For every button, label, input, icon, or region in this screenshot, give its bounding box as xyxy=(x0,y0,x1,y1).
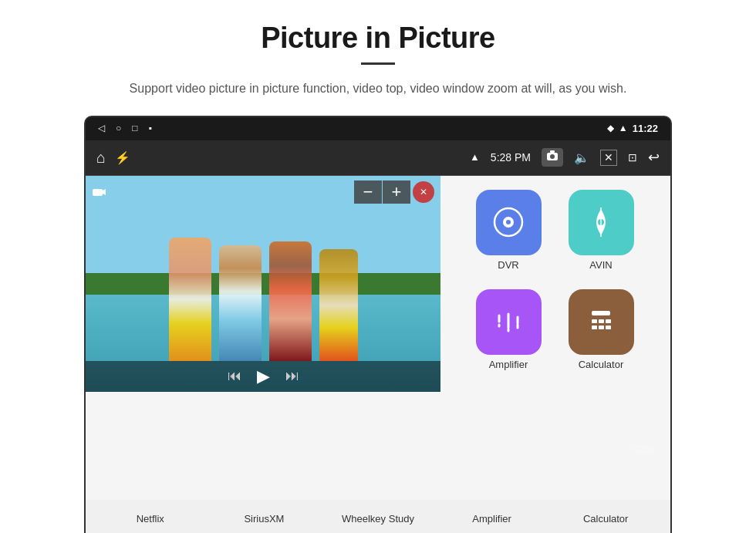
svg-point-7 xyxy=(506,220,511,224)
app-bar-time: 5:28 PM xyxy=(491,151,531,164)
app-bar: ⌂ ⚡ ▲ 5:28 PM 🔈 ✕ ⊡ ↩ xyxy=(86,140,670,176)
home-nav-icon[interactable]: ○ xyxy=(116,123,121,134)
music-nav-icon[interactable]: ▪ xyxy=(149,123,152,134)
pip-plus-button[interactable]: + xyxy=(383,180,410,204)
avin-svg xyxy=(587,206,615,238)
back-icon[interactable]: ↩ xyxy=(648,149,660,166)
svg-rect-18 xyxy=(599,319,604,323)
pip-cam-wrapper xyxy=(92,187,106,197)
recents-nav-icon[interactable]: □ xyxy=(132,123,137,134)
app-row-2: Amplifier xyxy=(447,289,663,370)
avin-app[interactable]: AVIN xyxy=(559,190,643,271)
calculator-label: Calculator xyxy=(579,359,624,370)
svg-rect-2 xyxy=(550,150,555,153)
netflix-bottom-label: Netflix xyxy=(93,513,208,525)
amplifier-label: Amplifier xyxy=(489,359,528,370)
svg-rect-3 xyxy=(93,189,103,196)
pip-camera-icon xyxy=(92,187,106,197)
close-icon[interactable]: ✕ xyxy=(600,150,617,166)
app-row-1: DVR AVIN xyxy=(447,190,663,271)
pip-container: − + ✕ ⏮ ▶ ⏭ xyxy=(86,176,440,392)
svg-rect-21 xyxy=(599,326,604,329)
camera-icon[interactable] xyxy=(542,148,563,167)
usb-icon[interactable]: ⚡ xyxy=(115,150,130,165)
svg-rect-19 xyxy=(606,319,611,323)
svg-rect-20 xyxy=(592,326,597,329)
pip-close-button[interactable]: ✕ xyxy=(413,181,434,203)
wifi-status-icon: ▲ xyxy=(619,123,628,134)
dvr-icon xyxy=(476,190,542,255)
page-subtitle: Support video picture in picture functio… xyxy=(130,79,627,99)
dvr-app[interactable]: DVR xyxy=(467,190,550,271)
svg-rect-17 xyxy=(592,319,597,323)
amplifier-svg xyxy=(493,306,524,337)
wheelkey-bottom-label: Wheelkey Study xyxy=(321,513,435,525)
avin-label: AVIN xyxy=(589,259,612,271)
app-bar-left: ⌂ ⚡ xyxy=(96,149,130,167)
amplifier-icon xyxy=(476,289,542,355)
watermark: YC299 xyxy=(629,444,655,454)
status-time: 11:22 xyxy=(633,123,658,134)
app-bar-right: ▲ 5:28 PM 🔈 ✕ ⊡ ↩ xyxy=(470,148,660,167)
bottom-labels: Netflix SiriusXM Wheelkey Study Amplifie… xyxy=(86,500,670,533)
page-wrapper: Picture in Picture Support video picture… xyxy=(0,0,756,533)
dvr-svg xyxy=(492,206,525,238)
svg-point-1 xyxy=(550,154,555,159)
calculator-icon xyxy=(569,289,634,355)
wifi-icon: ▲ xyxy=(470,151,480,164)
svg-marker-4 xyxy=(103,189,106,195)
status-bar: ◁ ○ □ ▪ ◆ ▲ 11:22 xyxy=(86,117,670,140)
pip-window-icon[interactable]: ⊡ xyxy=(628,151,637,164)
calculator-app[interactable]: Calculator xyxy=(559,289,643,370)
amplifier-app[interactable]: Amplifier xyxy=(467,289,550,370)
pip-top-controls: − + ✕ xyxy=(86,180,440,204)
pip-minus-button[interactable]: − xyxy=(354,180,382,204)
status-bar-right: ◆ ▲ 11:22 xyxy=(607,123,658,134)
status-bar-left: ◁ ○ □ ▪ xyxy=(98,123,152,134)
pip-video: − + ✕ ⏮ ▶ ⏭ xyxy=(86,176,440,392)
pip-next-button[interactable]: ⏭ xyxy=(285,368,299,384)
amplifier-bottom-label: Amplifier xyxy=(435,513,549,525)
title-divider xyxy=(361,62,395,65)
siriusxm-bottom-label: SiriusXM xyxy=(208,513,322,525)
pip-size-controls: − + ✕ xyxy=(354,180,434,204)
location-icon: ◆ xyxy=(607,123,614,134)
back-nav-icon[interactable]: ◁ xyxy=(98,123,105,134)
avin-icon xyxy=(569,190,634,255)
svg-rect-16 xyxy=(592,311,610,315)
volume-icon[interactable]: 🔈 xyxy=(574,150,589,165)
calculator-svg xyxy=(586,306,616,337)
main-content: − + ✕ ⏮ ▶ ⏭ xyxy=(86,176,670,500)
home-icon[interactable]: ⌂ xyxy=(96,149,106,167)
device-frame: ◁ ○ □ ▪ ◆ ▲ 11:22 ⌂ ⚡ ▲ 5:28 PM xyxy=(84,116,672,533)
pip-prev-button[interactable]: ⏮ xyxy=(228,368,241,384)
dvr-label: DVR xyxy=(498,259,518,271)
svg-rect-22 xyxy=(606,326,611,329)
pip-play-button[interactable]: ▶ xyxy=(257,366,270,386)
calculator-bottom-label: Calculator xyxy=(548,513,663,525)
page-title: Picture in Picture xyxy=(261,22,495,55)
pip-people xyxy=(86,222,440,361)
pip-controls-bar: ⏮ ▶ ⏭ xyxy=(86,361,440,392)
